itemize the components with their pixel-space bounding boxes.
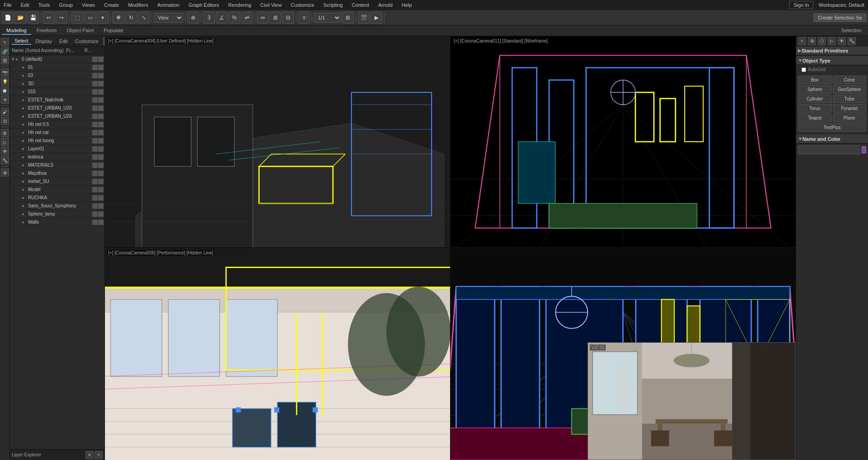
undo-button[interactable] [43,12,55,24]
se-tab-select[interactable]: Select [12,38,31,45]
scene-row[interactable]: ●Hh net cat [10,129,104,137]
row-render-icon[interactable] [98,73,104,78]
row-render-icon[interactable] [98,195,104,201]
row-freeze-icon[interactable] [92,154,98,160]
row-render-icon[interactable] [98,220,104,225]
rp-btn-teapot[interactable]: Teapot [798,114,832,122]
menu-animation[interactable]: Animation [156,1,181,9]
lt-select[interactable]: ↖ [1,38,9,46]
tab-populate[interactable]: Populate [99,27,128,35]
se-footer-btn2[interactable]: + [95,451,103,459]
menu-modifiers[interactable]: Modifiers [126,1,150,9]
row-visibility-icon[interactable]: ● [22,179,28,184]
tab-freeform[interactable]: Freeform [32,27,62,35]
row-visibility-icon[interactable]: ● [22,81,28,86]
viewport-camera011[interactable]: [+] [CoronaCamera011] [Standard] [Wirefr… [451,36,796,247]
viewport-config[interactable]: ⊞ [342,12,354,24]
rp-section-name-color-header[interactable]: ▼ Name and Color [796,134,868,144]
scene-row[interactable]: ●ESTET_Nalichnik [10,96,104,104]
row-render-icon[interactable] [98,211,104,217]
row-render-icon[interactable] [98,130,104,135]
rp-btn-plane[interactable]: Plane [833,114,867,122]
rp-hierarchy-icon[interactable]: ⬡ [818,37,826,45]
row-visibility-icon[interactable]: ● [22,204,28,208]
lt-link[interactable]: 🔗 [1,47,9,55]
scene-row[interactable]: ●Sphere_lamp [10,210,104,218]
row-freeze-icon[interactable] [92,220,98,225]
rotate-button[interactable]: ↻ [125,12,137,24]
row-freeze-icon[interactable] [92,138,98,144]
row-visibility-icon[interactable]: ● [22,163,28,168]
menu-views[interactable]: Views [80,1,97,9]
new-button[interactable]: 📄 [2,12,14,24]
row-visibility-icon[interactable]: ● [22,73,28,78]
rp-btn-box[interactable]: Box [798,76,832,84]
row-render-icon[interactable] [98,122,104,127]
row-render-icon[interactable] [98,97,104,103]
scene-row[interactable]: ●015 [10,88,104,96]
scene-row[interactable]: ●RUCHKA [10,194,104,202]
row-render-icon[interactable] [98,105,104,111]
scene-row[interactable]: ●Walls [10,218,104,226]
row-freeze-icon[interactable] [92,97,98,103]
rp-motion-icon[interactable]: ▷ [828,37,836,45]
viz-viewport[interactable]: VIZ 01 📷 ⚙ [588,342,796,460]
row-render-icon[interactable] [98,81,104,86]
save-button[interactable]: 💾 [27,12,39,24]
row-freeze-icon[interactable] [92,73,98,78]
redo-button[interactable] [56,12,67,24]
rp-btn-sphere[interactable]: Sphere [798,85,832,94]
row-render-icon[interactable] [98,114,104,119]
row-freeze-icon[interactable] [92,89,98,95]
menu-arnold[interactable]: Arnold [376,1,394,9]
rp-btn-textplus[interactable]: TextPlus [798,123,866,132]
scene-row[interactable]: ●3D [10,80,104,88]
open-button[interactable]: 📂 [14,12,26,24]
menu-scripting[interactable]: Scripting [322,1,345,9]
row-visibility-icon[interactable]: ● [22,155,28,159]
rp-display-icon[interactable]: 👁 [838,37,846,45]
scene-row[interactable]: ●03 [10,72,104,80]
render-button[interactable]: ▶ [370,12,382,24]
row-render-icon[interactable] [98,203,104,209]
scene-row[interactable]: ●Hh net tuong [10,137,104,145]
rp-btn-geosphere[interactable]: GeoSphere [833,85,867,94]
lt-display[interactable]: 👁 [1,147,9,155]
rp-modify-icon[interactable]: ⚙ [808,37,816,45]
row-visibility-icon[interactable]: ● [22,212,28,216]
render-setup-button[interactable]: 🎬 [358,12,370,24]
scene-row[interactable]: ●mebel_SU [10,177,104,186]
name-input[interactable] [798,145,860,154]
row-freeze-icon[interactable] [92,179,98,184]
scene-row[interactable]: ●Model [10,186,104,194]
scene-row[interactable]: ●ESTET_URBAN_U26 [10,112,104,120]
lt-light[interactable]: 💡 [1,77,9,86]
rp-utilities-icon[interactable]: 🔧 [848,37,856,45]
lt-hierarchy[interactable]: ⚙ [1,129,9,137]
scene-row[interactable]: ●ESTET_URBAN_U20 [10,104,104,112]
row-visibility-icon[interactable]: ● [22,106,28,110]
row-freeze-icon[interactable] [92,57,98,62]
scene-row[interactable]: ●MATERIALS [10,161,104,169]
col-freeze[interactable]: Fr... [66,48,85,53]
rp-btn-torus[interactable]: Torus [798,104,832,113]
rp-section-primitives-header[interactable]: ▶ Standard Primitives [796,46,868,55]
tab-modeling[interactable]: Modeling [2,27,31,35]
row-freeze-icon[interactable] [92,105,98,111]
sign-in-button[interactable]: Sign In [789,1,813,9]
snap-angle-button[interactable]: ∠ [216,12,228,24]
lt-camera[interactable]: 📷 [1,68,9,77]
lt-unlink[interactable]: ⛓ [1,56,9,64]
snap-percent-button[interactable]: % [228,12,240,24]
rp-btn-cylinder[interactable]: Cylinder [798,95,832,103]
row-visibility-icon[interactable]: ● [22,187,28,192]
row-render-icon[interactable] [98,179,104,184]
array-button[interactable]: ⊞ [270,12,281,24]
row-freeze-icon[interactable] [92,203,98,209]
row-visibility-icon[interactable]: ● [22,114,28,119]
lt-shapes[interactable]: ⬟ [1,86,9,95]
rp-btn-pyramid[interactable]: Pyramid [833,104,867,113]
rp-btn-tube[interactable]: Tube [833,95,867,103]
color-swatch[interactable] [862,146,866,153]
menu-edit[interactable]: Edit [19,1,31,9]
